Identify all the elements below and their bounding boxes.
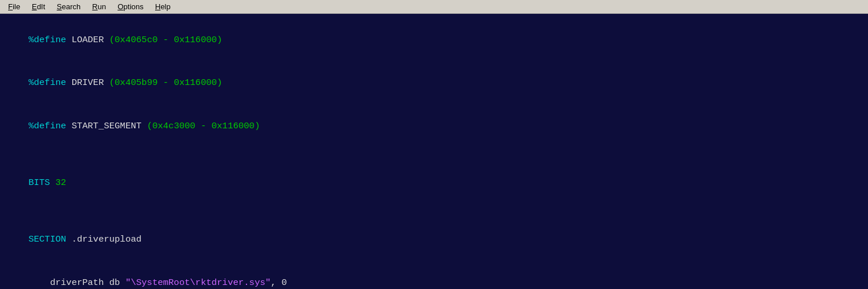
code-line: %define DRIVER (0x405b99 - 0x116000) xyxy=(7,61,861,104)
menu-file[interactable]: File xyxy=(2,0,26,13)
menu-run[interactable]: Run xyxy=(86,0,112,13)
menu-help[interactable]: Help xyxy=(149,0,176,13)
blank-line xyxy=(7,205,861,218)
blank-line xyxy=(7,147,861,161)
menu-edit[interactable]: EdIt xyxy=(26,0,51,13)
code-line: driverPath db "\SystemRoot\rktdriver.sys… xyxy=(7,261,861,289)
code-line: BITS 32 xyxy=(7,161,861,204)
code-editor[interactable]: %define LOADER (0x4065c0 - 0x116000) %de… xyxy=(0,14,868,289)
code-line: SECTION .driverupload xyxy=(7,218,861,261)
menu-search[interactable]: Search xyxy=(51,0,86,13)
menubar: File EdIt Search Run Options Help xyxy=(0,0,868,14)
code-line: %define LOADER (0x4065c0 - 0x116000) xyxy=(7,18,861,61)
menu-options[interactable]: Options xyxy=(112,0,149,13)
code-line: %define START_SEGMENT (0x4c3000 - 0x1160… xyxy=(7,105,861,147)
